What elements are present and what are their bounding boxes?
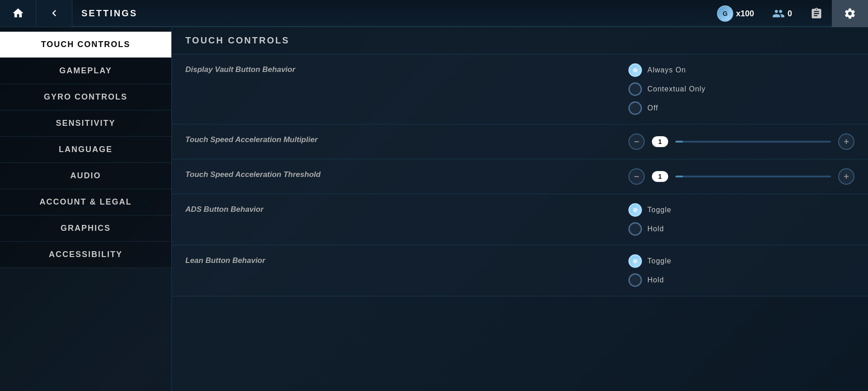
setting-ads-button-header: ADS Button Behavior Toggle Hold xyxy=(185,203,854,236)
radio-btn-ads-hold[interactable] xyxy=(628,222,642,236)
speed-multiplier-value: 1 xyxy=(652,136,668,147)
lean-button-label: Lean Button Behavior xyxy=(185,254,619,265)
home-icon xyxy=(12,7,24,19)
radio-label-ads-toggle: Toggle xyxy=(647,206,671,214)
speed-threshold-track[interactable] xyxy=(675,176,831,177)
speed-threshold-fill xyxy=(675,176,683,177)
radio-label-contextual-only: Contextual Only xyxy=(647,85,706,93)
radio-always-on[interactable]: Always On xyxy=(628,63,686,77)
speed-threshold-label: Touch Speed Acceleration Threshold xyxy=(185,168,619,179)
friends-display[interactable]: 0 xyxy=(763,7,801,20)
speed-multiplier-track[interactable] xyxy=(675,141,831,143)
lean-button-controls: Toggle Hold xyxy=(628,254,854,287)
sidebar-item-accessibility[interactable]: ACCESSIBILITY xyxy=(0,242,171,268)
speed-multiplier-slider-row: − 1 + xyxy=(628,134,854,150)
settings-button[interactable] xyxy=(832,0,868,27)
header-left: SETTINGS xyxy=(0,0,146,27)
speed-threshold-decrease[interactable]: − xyxy=(628,168,645,185)
setting-ads-button: ADS Button Behavior Toggle Hold xyxy=(172,194,868,245)
currency-icon: G xyxy=(717,5,733,22)
speed-multiplier-label: Touch Speed Acceleration Multiplier xyxy=(185,134,619,144)
setting-display-vault-header: Display Vault Button Behavior Always On … xyxy=(185,63,854,115)
radio-ads-toggle[interactable]: Toggle xyxy=(628,203,671,217)
ads-button-label: ADS Button Behavior xyxy=(185,203,619,214)
setting-speed-threshold-header: Touch Speed Acceleration Threshold − 1 + xyxy=(185,168,854,185)
back-icon xyxy=(48,7,61,19)
radio-btn-off[interactable] xyxy=(628,101,642,115)
speed-threshold-slider-row: − 1 + xyxy=(628,168,854,185)
speed-multiplier-controls: − 1 + xyxy=(628,134,854,150)
sidebar: TOUCH CONTROLS GAMEPLAY GYRO CONTROLS SE… xyxy=(0,27,172,391)
radio-contextual-only[interactable]: Contextual Only xyxy=(628,82,706,96)
friends-count: 0 xyxy=(788,9,792,19)
header: SETTINGS G x100 0 xyxy=(0,0,868,27)
radio-btn-always-on[interactable] xyxy=(628,63,642,77)
radio-label-off: Off xyxy=(647,104,658,112)
back-button[interactable] xyxy=(36,0,72,27)
sidebar-item-gyro-controls[interactable]: GYRO CONTROLS xyxy=(0,84,171,110)
currency-amount: x100 xyxy=(736,9,754,19)
setting-speed-multiplier: Touch Speed Acceleration Multiplier − 1 … xyxy=(172,124,868,159)
currency-display: G x100 xyxy=(708,5,763,22)
friends-icon xyxy=(772,7,785,20)
radio-lean-hold[interactable]: Hold xyxy=(628,273,664,287)
setting-speed-multiplier-header: Touch Speed Acceleration Multiplier − 1 … xyxy=(185,134,854,150)
sidebar-item-language[interactable]: LANGUAGE xyxy=(0,137,171,163)
radio-label-ads-hold: Hold xyxy=(647,225,664,233)
sidebar-item-account-legal[interactable]: ACCOUNT & LEGAL xyxy=(0,189,171,215)
speed-threshold-increase[interactable]: + xyxy=(838,168,854,185)
setting-speed-threshold: Touch Speed Acceleration Threshold − 1 + xyxy=(172,159,868,194)
sidebar-item-touch-controls[interactable]: TOUCH CONTROLS xyxy=(0,32,171,58)
sidebar-item-sensitivity[interactable]: SENSITIVITY xyxy=(0,110,171,137)
radio-label-always-on: Always On xyxy=(647,66,686,74)
radio-btn-contextual-only[interactable] xyxy=(628,82,642,96)
radio-btn-lean-hold[interactable] xyxy=(628,273,642,287)
setting-display-vault: Display Vault Button Behavior Always On … xyxy=(172,54,868,124)
header-right: G x100 0 xyxy=(708,0,868,27)
content-panel: TOUCH CONTROLS Display Vault Button Beha… xyxy=(172,27,868,391)
sidebar-item-gameplay[interactable]: GAMEPLAY xyxy=(0,58,171,84)
sidebar-item-audio[interactable]: AUDIO xyxy=(0,163,171,189)
speed-threshold-controls: − 1 + xyxy=(628,168,854,185)
speed-multiplier-fill xyxy=(675,141,683,143)
speed-multiplier-decrease[interactable]: − xyxy=(628,134,645,150)
radio-btn-lean-toggle[interactable] xyxy=(628,254,642,268)
content-title: TOUCH CONTROLS xyxy=(172,27,868,54)
clipboard-icon xyxy=(810,7,823,20)
speed-threshold-value: 1 xyxy=(652,171,668,182)
main-content: TOUCH CONTROLS GAMEPLAY GYRO CONTROLS SE… xyxy=(0,27,868,391)
ads-button-controls: Toggle Hold xyxy=(628,203,854,236)
sidebar-item-graphics[interactable]: GRAPHICS xyxy=(0,215,171,242)
gear-icon xyxy=(844,7,856,20)
setting-lean-button: Lean Button Behavior Toggle Hold xyxy=(172,245,868,296)
radio-lean-toggle[interactable]: Toggle xyxy=(628,254,671,268)
setting-lean-button-header: Lean Button Behavior Toggle Hold xyxy=(185,254,854,287)
radio-btn-ads-toggle[interactable] xyxy=(628,203,642,217)
display-vault-controls: Always On Contextual Only Off xyxy=(628,63,854,115)
radio-ads-hold[interactable]: Hold xyxy=(628,222,664,236)
display-vault-label: Display Vault Button Behavior xyxy=(185,63,619,74)
radio-label-lean-hold: Hold xyxy=(647,276,664,284)
speed-multiplier-increase[interactable]: + xyxy=(838,134,854,150)
home-button[interactable] xyxy=(0,0,36,27)
radio-label-lean-toggle: Toggle xyxy=(647,257,671,265)
radio-off[interactable]: Off xyxy=(628,101,658,115)
page-title: SETTINGS xyxy=(72,8,146,19)
clipboard-button[interactable] xyxy=(801,7,832,20)
